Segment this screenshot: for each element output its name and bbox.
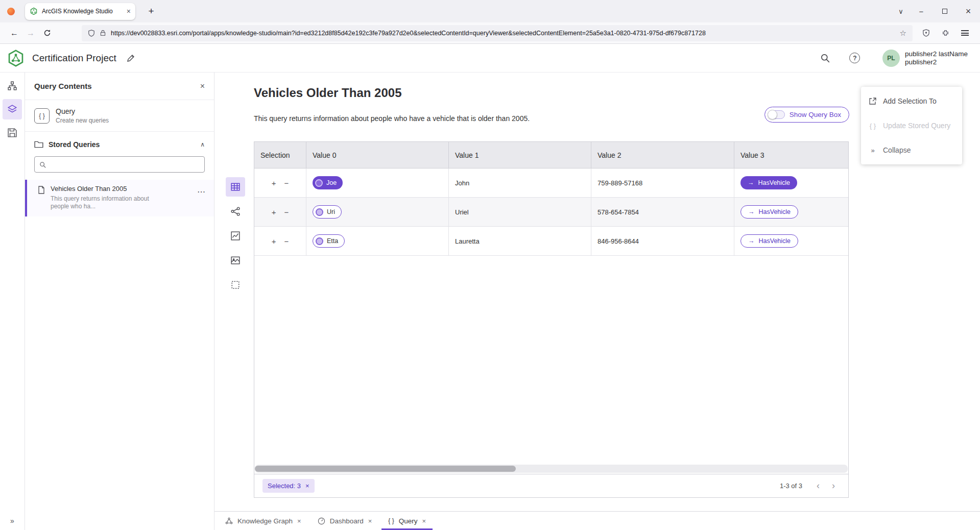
remove-selection-icon[interactable]: − [284, 179, 289, 187]
url-bar[interactable]: https://dev0028833.esri.com/portal/apps/… [82, 25, 913, 41]
new-tab-button[interactable]: + [144, 4, 159, 19]
menu-button[interactable] [957, 25, 973, 41]
stored-queries-header[interactable]: Stored Queries ∧ [25, 132, 214, 154]
cell-value[interactable]: 759-889-57168 [591, 168, 734, 197]
tab-label: Query [399, 517, 418, 525]
selection-icon [231, 280, 240, 290]
query-results-table: Selection Value 0 Value 1 Value 2 Value … [254, 141, 849, 498]
add-selection-icon[interactable]: + [272, 179, 276, 187]
braces-icon: { } [388, 517, 394, 524]
relationship-pill[interactable]: →HasVehicle [740, 205, 798, 219]
cell-value[interactable]: Lauretta [448, 227, 591, 255]
tab-dashboard[interactable]: Dashboard × [311, 512, 379, 530]
relationship-pill[interactable]: →HasVehicle [740, 176, 797, 189]
user-info[interactable]: publisher2 lastName publisher2 [905, 50, 968, 66]
menu-item-collapse[interactable]: » Collapse [861, 138, 962, 162]
save-icon [8, 128, 17, 137]
expand-rail-button[interactable]: » [0, 517, 25, 525]
column-header[interactable]: Selection [254, 142, 306, 168]
panel-header: Query Contents × [25, 73, 214, 100]
contents-button[interactable] [3, 99, 22, 119]
show-query-box-toggle[interactable]: Show Query Box [764, 107, 849, 123]
add-selection-icon[interactable]: + [272, 237, 276, 246]
next-page-button[interactable]: › [826, 478, 841, 494]
tab-close-icon[interactable]: × [127, 7, 131, 15]
cell-value[interactable]: John [448, 168, 591, 197]
search-button[interactable] [816, 49, 834, 67]
scrollbar-thumb[interactable] [255, 466, 516, 472]
tab-knowledge-graph[interactable]: Knowledge Graph × [219, 512, 308, 530]
toggle-switch[interactable] [768, 110, 785, 119]
extensions-icon[interactable] [937, 25, 953, 41]
dashboard-icon [318, 517, 325, 525]
table-view-button[interactable] [226, 177, 245, 197]
entity-dot-icon [316, 237, 323, 245]
tab-close-icon[interactable]: × [422, 517, 426, 525]
browser-nav-bar: ← → https://dev0028833.esri.com/portal/a… [0, 22, 980, 44]
maximize-button[interactable] [933, 0, 957, 22]
item-options-icon[interactable]: ⋯ [197, 187, 206, 197]
add-selection-to-icon [868, 97, 877, 105]
horizontal-scrollbar[interactable] [255, 465, 848, 473]
tab-query[interactable]: { } Query × [381, 512, 433, 530]
stored-query-title: Vehicles Older Than 2005 [51, 185, 159, 192]
cell-value[interactable]: 846-956-8644 [591, 227, 734, 255]
entity-pill[interactable]: Etta [313, 234, 345, 248]
stored-queries-search-input[interactable] [50, 161, 200, 168]
save-button[interactable] [3, 123, 22, 143]
clear-selection-icon[interactable]: × [305, 482, 309, 490]
bookmark-star-icon[interactable]: ☆ [900, 29, 906, 38]
query-subtitle: This query returns information about peo… [254, 114, 530, 123]
nav-right-icons [918, 25, 973, 41]
previous-page-button[interactable]: ‹ [810, 478, 826, 494]
chart-view-button[interactable] [226, 226, 245, 246]
stored-queries-search[interactable] [34, 156, 205, 173]
selected-count-chip[interactable]: Selected: 3 × [262, 479, 315, 493]
query-contents-panel: Query Contents × { } Query Create new qu… [25, 73, 214, 530]
tab-close-icon[interactable]: × [297, 517, 301, 525]
stored-query-item[interactable]: Vehicles Older Than 2005 This query retu… [25, 180, 214, 216]
toggle-knob [768, 110, 777, 119]
column-header[interactable]: Value 0 [306, 142, 448, 168]
relationship-label: HasVehicle [758, 179, 791, 186]
data-model-button[interactable] [3, 76, 22, 96]
browser-tab[interactable]: ArcGIS Knowledge Studio × [25, 3, 135, 20]
back-button[interactable]: ← [6, 25, 22, 41]
remove-selection-icon[interactable]: − [284, 237, 289, 246]
panel-close-icon[interactable]: × [200, 82, 205, 91]
column-header[interactable]: Value 2 [591, 142, 734, 168]
column-header[interactable]: Value 3 [734, 142, 848, 168]
column-header[interactable]: Value 1 [448, 142, 591, 168]
edit-title-button[interactable] [127, 54, 135, 62]
cell-value[interactable]: 578-654-7854 [591, 198, 734, 226]
selection-tool-button[interactable] [226, 275, 245, 295]
window-close-button[interactable]: × [957, 0, 980, 22]
firefox-icon[interactable] [7, 8, 15, 15]
braces-icon: { } [868, 122, 877, 130]
query-item-title: Query [56, 107, 109, 115]
collapse-section-icon[interactable]: ∧ [200, 141, 205, 148]
reload-button[interactable] [39, 25, 55, 41]
url-text[interactable]: https://dev0028833.esri.com/portal/apps/… [111, 30, 895, 37]
list-all-tabs-icon[interactable]: ∨ [892, 8, 910, 15]
link-chart-button[interactable] [226, 202, 245, 221]
tab-label: Knowledge Graph [237, 517, 293, 525]
menu-item-add-selection-to[interactable]: Add Selection To [861, 89, 962, 113]
remove-selection-icon[interactable]: − [284, 208, 289, 216]
add-selection-icon[interactable]: + [272, 208, 276, 216]
show-query-box-label: Show Query Box [790, 111, 841, 118]
lock-icon[interactable] [100, 30, 106, 36]
tab-close-icon[interactable]: × [368, 517, 372, 525]
pocket-shield-icon[interactable] [918, 25, 934, 41]
help-button[interactable]: ? [846, 49, 864, 67]
map-view-button[interactable] [226, 251, 245, 270]
entity-pill[interactable]: Uri [313, 205, 342, 219]
tracking-shield-icon[interactable] [88, 30, 95, 37]
table-header-row: Selection Value 0 Value 1 Value 2 Value … [254, 142, 848, 168]
new-query-item[interactable]: { } Query Create new queries [25, 100, 214, 132]
cell-value[interactable]: Uriel [448, 198, 591, 226]
entity-pill[interactable]: Joe [313, 176, 343, 189]
avatar[interactable]: PL [882, 50, 900, 67]
relationship-pill[interactable]: →HasVehicle [740, 234, 798, 248]
minimize-button[interactable]: − [910, 0, 933, 22]
